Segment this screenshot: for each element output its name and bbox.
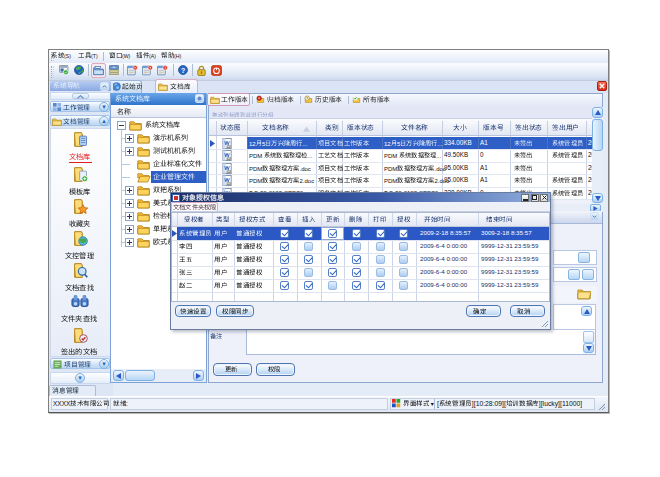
svg-text:?: ? [180, 67, 184, 74]
